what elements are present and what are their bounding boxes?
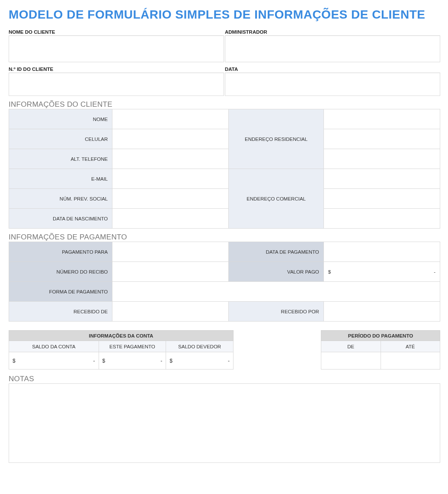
due-value: - — [228, 358, 230, 364]
pay-date-field[interactable] — [323, 242, 440, 262]
due-currency: $ — [170, 358, 173, 364]
date-field[interactable] — [225, 73, 440, 96]
work-address-label: ENDEREÇO COMERCIAL — [229, 169, 323, 229]
dob-field[interactable] — [112, 209, 229, 229]
home-address-line3[interactable] — [323, 149, 440, 169]
celular-field[interactable] — [112, 129, 229, 149]
work-address-line2[interactable] — [323, 189, 440, 209]
received-from-field[interactable] — [112, 302, 229, 322]
notes-field[interactable] — [9, 383, 440, 463]
this-payment-label: ESTE PAGAMENTO — [99, 341, 166, 352]
balance-due-field[interactable]: $ - — [166, 352, 234, 370]
balance-currency: $ — [13, 358, 16, 364]
home-address-line1[interactable] — [323, 109, 440, 129]
home-address-line2[interactable] — [323, 129, 440, 149]
amount-paid-label: VALOR PAGO — [229, 262, 323, 282]
account-info-heading: INFORMAÇÕES DA CONTA — [9, 331, 234, 341]
form-title: MODELO DE FORMULÁRIO SIMPLES DE INFORMAÇ… — [9, 8, 440, 22]
receipt-no-label: NÚMERO DO RECIBO — [9, 262, 112, 282]
pay-date-label: DATA DE PAGAMENTO — [229, 242, 323, 262]
pay-method-label: FORMA DE PAGAMENTO — [9, 282, 112, 302]
client-name-label: NOME DO CLIENTE — [9, 28, 224, 35]
received-by-label: RECEBIDO POR — [229, 302, 323, 322]
admin-field[interactable] — [225, 35, 440, 62]
ssn-label: NÚM. PREV. SOCIAL — [9, 189, 112, 209]
pay-period-table: PERÍODO DO PAGAMENTO DE ATÉ — [321, 330, 440, 370]
notes-heading: NOTAS — [9, 375, 440, 383]
work-address-line3[interactable] — [323, 209, 440, 229]
balance-due-label: SALDO DEVEDOR — [166, 341, 234, 352]
account-balance-field[interactable]: $ - — [9, 352, 99, 370]
date-label: DATA — [225, 65, 440, 73]
payment-info-table: PAGAMENTO PARA DATA DE PAGAMENTO NÚMERO … — [9, 242, 440, 322]
amount-value: - — [434, 269, 435, 274]
received-from-label: RECEBIDO DE — [9, 302, 112, 322]
received-by-field[interactable] — [323, 302, 440, 322]
payment-info-heading: INFORMAÇÕES DE PAGAMENTO — [9, 233, 440, 242]
client-name-field[interactable] — [9, 35, 224, 62]
pay-to-field[interactable] — [112, 242, 229, 262]
home-address-label: ENDEREÇO RESIDENCIAL — [229, 109, 323, 169]
account-info-table: INFORMAÇÕES DA CONTA SALDO DA CONTA ESTE… — [9, 330, 234, 370]
work-address-line1[interactable] — [323, 169, 440, 189]
dob-label: DATA DE NASCIMENTO — [9, 209, 112, 229]
period-to-label: ATÉ — [381, 341, 440, 352]
amount-paid-field[interactable]: $ - — [323, 262, 440, 282]
this-payment-field[interactable]: $ - — [99, 352, 166, 370]
period-to-field[interactable] — [381, 352, 440, 370]
ssn-field[interactable] — [112, 189, 229, 209]
pay-to-label: PAGAMENTO PARA — [9, 242, 112, 262]
client-id-label: N.º ID DO CLIENTE — [9, 65, 224, 73]
nome-field[interactable] — [112, 109, 229, 129]
celular-label: CELULAR — [9, 129, 112, 149]
alt-phone-field[interactable] — [112, 149, 229, 169]
balance-value: - — [93, 358, 95, 364]
email-field[interactable] — [112, 169, 229, 189]
admin-label: ADMINISTRADOR — [225, 28, 440, 35]
client-info-table: NOME ENDEREÇO RESIDENCIAL CELULAR ALT. T… — [9, 109, 440, 229]
period-from-label: DE — [321, 341, 381, 352]
client-info-heading: INFORMAÇÕES DO CLIENTE — [9, 100, 440, 109]
pay-method-field[interactable] — [112, 282, 440, 302]
this-pay-value: - — [160, 358, 162, 364]
period-from-field[interactable] — [321, 352, 381, 370]
client-id-field[interactable] — [9, 73, 224, 96]
amount-currency: $ — [328, 269, 331, 274]
alt-phone-label: ALT. TELEFONE — [9, 149, 112, 169]
account-balance-label: SALDO DA CONTA — [9, 341, 99, 352]
pay-period-heading: PERÍODO DO PAGAMENTO — [321, 331, 440, 341]
this-pay-currency: $ — [102, 358, 106, 364]
nome-label: NOME — [9, 109, 112, 129]
receipt-no-field[interactable] — [112, 262, 229, 282]
email-label: E-MAIL — [9, 169, 112, 189]
